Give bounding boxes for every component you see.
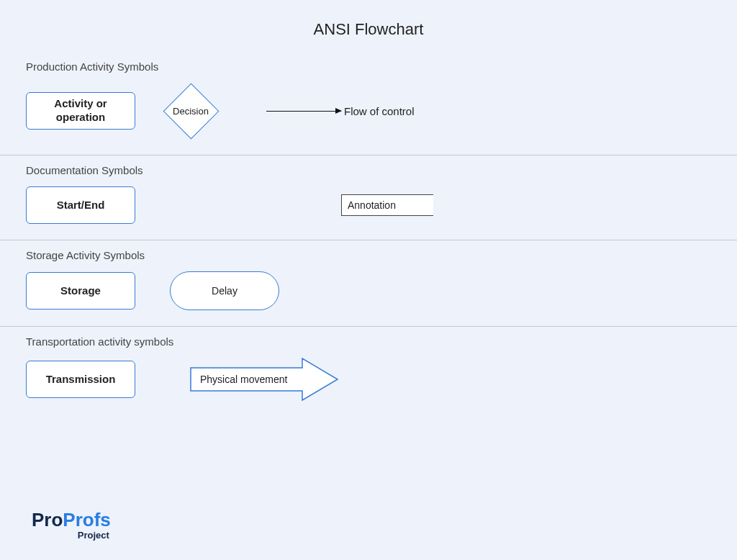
section-heading-storage: Storage Activity Symbols [26, 249, 737, 261]
row-production: Activity or operation Decision Flow of c… [26, 83, 737, 139]
section-heading-documentation: Documentation Symbols [26, 164, 737, 176]
section-transportation: Transportation activity symbols Transmis… [0, 327, 737, 417]
symbol-start-end: Start/End [26, 186, 135, 224]
movement-label: Physical movement [200, 358, 287, 401]
symbol-activity: Activity or operation [26, 92, 135, 130]
row-documentation: Start/End Annotation [26, 186, 737, 224]
flow-label: Flow of control [344, 105, 415, 117]
section-documentation: Documentation Symbols Start/End Annotati… [0, 155, 737, 240]
symbol-storage: Storage [26, 272, 135, 310]
section-heading-production: Production Activity Symbols [26, 60, 737, 73]
section-production: Production Activity Symbols Activity or … [0, 52, 737, 155]
logo-pro: Pro [32, 509, 63, 530]
symbol-decision: Decision [163, 83, 219, 139]
symbol-annotation: Annotation [341, 194, 433, 216]
section-heading-transportation: Transportation activity symbols [26, 335, 737, 348]
symbol-transmission: Transmission [26, 361, 135, 398]
section-storage: Storage Activity Symbols Storage Delay [0, 240, 737, 327]
row-storage: Storage Delay [26, 271, 737, 310]
symbol-physical-movement: Physical movement [190, 358, 338, 401]
page-title: ANSI Flowchart [0, 0, 737, 52]
symbol-delay: Delay [170, 271, 279, 310]
decision-label: Decision [173, 106, 209, 117]
logo-profs: Profs [63, 509, 110, 530]
symbol-flow-of-control: Flow of control [266, 111, 415, 112]
arrow-icon [266, 111, 341, 112]
row-transportation: Transmission Physical movement [26, 358, 737, 401]
logo-proprofs: ProProfs Project [32, 510, 111, 540]
logo-sub: Project [32, 530, 111, 540]
